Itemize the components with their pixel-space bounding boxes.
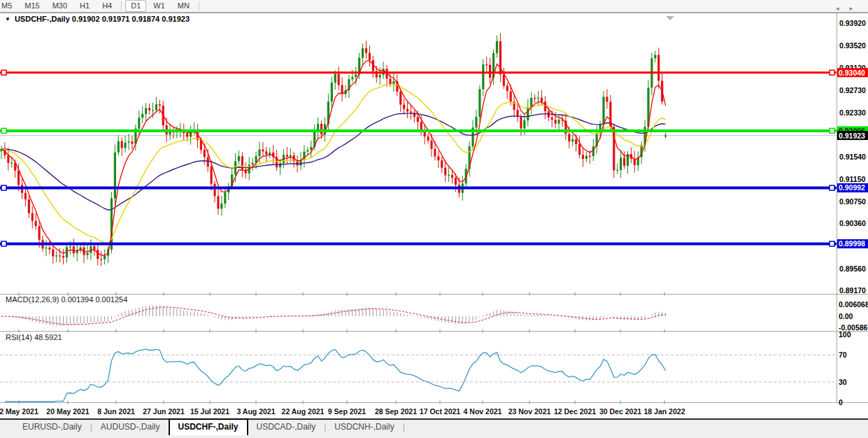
ma-mid-line [1,85,666,243]
candle-body [578,144,581,155]
line-end-handle[interactable] [830,241,834,246]
candle-body [520,117,522,128]
candle-body [664,136,667,137]
candle-body [35,221,37,226]
tab-scroll-right-icon[interactable]: ► [848,6,862,12]
mt4-window: M5M15M30H1H4D1W1MN 0.939200.935200.93120… [0,0,868,438]
candle-body [104,255,106,259]
candle-body [654,55,656,58]
candle-body [204,150,206,157]
rsi-axis-label: 30 [839,378,847,386]
candle-body [455,178,457,185]
candle-body [602,97,604,124]
candle-body [258,150,260,157]
candle-body [100,259,102,260]
candle-body [17,171,20,185]
sr-price-chip-text: 0.89998 [839,239,865,248]
candle-body [73,246,75,253]
candle-body [310,147,312,150]
candle-body [410,111,412,113]
date-axis-label: 9 Sep 2021 [328,407,366,416]
line-end-handle[interactable] [1,185,6,190]
candle-body [97,250,99,259]
chart-tab-eurusd[interactable]: EURUSD-,Daily [14,420,90,435]
price-axis-label: 0.89560 [839,264,866,273]
ma-fast-line [1,61,666,255]
candle-body [217,196,219,209]
timeframe-button-h4[interactable]: H4 [97,0,118,12]
candle-body [290,155,292,157]
candle-body [121,141,123,148]
candle-body [7,155,9,163]
candle-body [537,98,539,99]
candle-body [389,78,391,84]
date-axis-label: 27 Jun 2021 [143,407,185,416]
candle-body [606,97,608,101]
candle-body [213,184,215,197]
price-axis-label: 0.92330 [839,108,866,117]
date-axis-label: 20 May 2021 [46,407,89,416]
line-end-handle[interactable] [830,185,834,190]
candle-body [557,120,560,124]
price-axis-label: 0.89170 [839,286,866,295]
candle-body [86,253,88,255]
candle-body [585,156,588,159]
candle-body [620,157,622,169]
timeframe-button-w1[interactable]: W1 [148,0,171,12]
candle-body [527,107,529,120]
timeframe-button-m5[interactable]: M5 [0,0,17,12]
line-end-handle[interactable] [1,70,6,75]
tab-scroll-arrows[interactable]: ◄► [834,6,862,12]
candle-body [31,213,34,221]
timeframe-button-m30[interactable]: M30 [47,0,73,12]
tab-scroll-left-icon[interactable]: ◄ [834,6,848,12]
line-end-handle[interactable] [1,128,6,133]
candle-body [575,139,577,144]
toolbar-separator [199,1,199,10]
chart-tab-usdcnh[interactable]: USDCNH-,Daily [326,420,402,435]
candle-body [148,108,150,110]
timeframe-button-d1[interactable]: D1 [125,0,146,12]
candle-body [93,246,95,250]
timeframe-button-h1[interactable]: H1 [74,0,95,12]
line-end-handle[interactable] [1,241,6,246]
candle-body [506,85,508,91]
rsi-axis-label: 100 [839,330,851,339]
date-axis-label: 2 May 2021 [0,407,38,416]
chart-ohlc-values: 0.91902 0.91971 0.91874 0.91923 [72,15,190,23]
chart-shift-marker-icon[interactable] [666,16,674,20]
date-axis-label: 22 Aug 2021 [282,407,325,416]
price-axis-label: 0.93920 [839,19,866,27]
candle-body [338,74,340,85]
candle-body [10,163,13,164]
line-end-handle[interactable] [830,70,834,75]
candle-body [510,91,512,101]
candle-body [306,150,308,151]
date-axis-label: 17 Oct 2021 [420,407,461,416]
chart-tab-audusd[interactable]: AUDUSD-,Daily [92,420,169,435]
candle-body [224,192,226,204]
rsi-axis-label: 70 [839,351,847,359]
candle-body [28,199,30,213]
candle-body [403,105,405,109]
chart-canvas[interactable]: 0.939200.935200.931200.927300.923300.915… [0,0,868,438]
chart-symbol-label: USDCHF-,Daily [15,15,70,23]
chart-title: ▼USDCHF-,Daily 0.91902 0.91971 0.91874 0… [5,15,190,23]
price-axis-label: 0.92730 [839,86,866,94]
timeframe-button-m15[interactable]: M15 [19,0,45,12]
candle-body [331,83,333,101]
candle-body [489,65,491,78]
candle-body [211,167,213,184]
date-axis-label: 8 Jun 2021 [97,407,135,416]
chart-tab-usdchf[interactable]: USDCHF-,Daily [169,418,248,435]
macd-axis-label: 0.006068 [839,300,868,309]
candle-body [369,53,371,60]
line-end-handle[interactable] [830,128,834,133]
candle-body [541,98,543,101]
timeframe-button-mn[interactable]: MN [172,0,195,12]
chart-tab-usdcad[interactable]: USDCAD-,Daily [248,420,325,435]
candle-body [286,155,288,157]
candle-body [118,141,120,153]
candle-body [657,55,660,80]
chart-dropdown-icon[interactable]: ▼ [5,16,10,22]
